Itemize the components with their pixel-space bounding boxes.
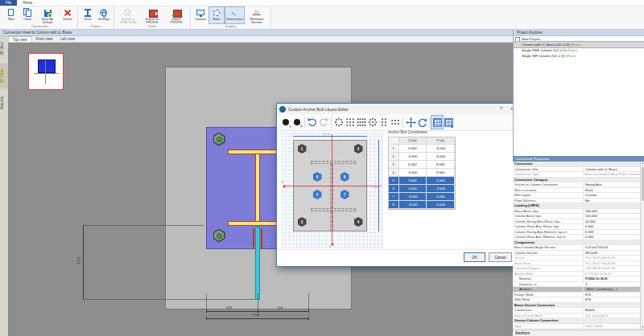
ribbon-tab-file[interactable]: File	[0, 0, 17, 6]
x-value-cell[interactable]: 3.000	[399, 185, 427, 192]
anchor-bolt[interactable]	[213, 133, 225, 146]
overview-thumbnail[interactable]	[28, 53, 64, 90]
grid-2x3-pattern-icon[interactable]	[378, 116, 390, 129]
circular-pattern-icon[interactable]	[333, 116, 345, 129]
table-row[interactable]: 16.500-8.000	[389, 145, 455, 153]
property-value[interactable]: E70	[584, 293, 640, 297]
y-value-cell[interactable]: 8.000	[427, 161, 455, 168]
y-value-cell[interactable]: 8.000	[427, 169, 455, 176]
scrollbar-thumb[interactable]	[642, 167, 644, 201]
y-value-cell[interactable]: -2.000	[427, 201, 455, 208]
property-value[interactable]: Custom	[584, 193, 640, 198]
y-value-cell[interactable]: -2.000	[427, 185, 455, 192]
tree-root[interactable]: -New Project	[514, 36, 644, 42]
table-row[interactable]: 4-6.5008.000	[389, 169, 455, 177]
table-row[interactable]: 8-3.000-2.000	[389, 201, 455, 209]
redo-icon[interactable]	[318, 116, 329, 129]
x-value-cell[interactable]: 6.500	[399, 161, 427, 168]
table-row[interactable]: 2-6.500-8.000	[389, 153, 455, 161]
side-tab-reports[interactable]: Reports	[0, 91, 8, 115]
cancel-button[interactable]: Cancel	[489, 252, 512, 262]
property-value[interactable]: 1"	[584, 282, 640, 287]
x-value-cell[interactable]: -3.000	[399, 193, 427, 200]
table-row[interactable]: 7-3.0002.000	[389, 193, 455, 201]
property-value[interactable]: 0.000	[584, 235, 640, 240]
grid-4x3-pattern-icon[interactable]	[356, 116, 367, 129]
rotate-anchors-icon[interactable]	[416, 116, 427, 129]
view-tab-front-view[interactable]: Front view	[32, 36, 57, 42]
undo-icon[interactable]	[307, 116, 318, 129]
x-value-cell[interactable]: 3.000	[399, 177, 427, 184]
property-value[interactable]: W12x58	[584, 251, 640, 256]
ribbon-button-import-profis-results[interactable]: Import PROFIS Results	[164, 6, 188, 24]
property-value[interactable]: F1554 Gr.36-N	[584, 277, 640, 281]
grid-3x3-pattern-icon[interactable]	[345, 116, 356, 129]
x-value-cell[interactable]: -3.000	[399, 201, 427, 208]
property-value[interactable]: C40.00x30.00x12.00	[584, 266, 640, 271]
property-value[interactable]: 100.000	[584, 209, 640, 214]
ribbon-button-settings[interactable]: Settings	[96, 6, 112, 24]
ribbon-button-units[interactable]: Units	[80, 6, 96, 24]
ribbon-button-delete[interactable]: Delete	[60, 6, 76, 24]
ribbon-button-options[interactable]: Options	[192, 6, 208, 24]
dialog-titlebar[interactable]: Custom Anchor Bolt Layout Editor ? ×	[277, 104, 517, 114]
y-value-cell[interactable]: 2.000	[427, 177, 455, 184]
x-value-cell[interactable]: -6.500	[399, 169, 427, 176]
ok-button[interactable]: OK	[464, 252, 485, 262]
ribbon-button-export-to-profis[interactable]: Export to PROFIS	[140, 6, 164, 24]
anchor-bolt[interactable]	[213, 229, 225, 243]
property-value[interactable]: 100.000	[584, 214, 640, 219]
ribbon-button-new[interactable]: New	[3, 6, 19, 24]
property-value[interactable]: 8.333	[584, 230, 640, 235]
property-value[interactable]: Strong Axis	[584, 182, 640, 187]
table-row[interactable]: 63.000-2.000	[389, 185, 455, 193]
scroll-up-icon[interactable]: ▲	[641, 162, 644, 166]
y-value-cell[interactable]: -8.000	[427, 145, 455, 152]
y-value-cell[interactable]: -8.000	[427, 153, 455, 160]
add-anchor-icon[interactable]: +	[280, 116, 291, 129]
column-web[interactable]	[255, 154, 260, 221]
ribbon-button-clone[interactable]: Clone	[19, 6, 35, 24]
show-coordinates-table-icon[interactable]	[431, 116, 443, 129]
property-value[interactable]: Front	[584, 188, 640, 193]
tree-item-single-wf-column[interactable]: Single WF Column (UC-0.3) (Pass)	[514, 53, 644, 59]
property-value[interactable]: No	[584, 199, 640, 203]
collapse-icon[interactable]: -	[515, 37, 520, 42]
property-value[interactable]: LL3.5x3.5x5/16	[584, 245, 640, 250]
y-value-cell[interactable]: 2.000	[427, 193, 455, 200]
ribbon-button-dimensions[interactable]: ↔Dimensions	[225, 6, 245, 24]
coordinates-table-options-icon[interactable]	[443, 116, 454, 129]
property-value[interactable]: 10.000	[584, 219, 640, 224]
x-value-cell[interactable]: -6.500	[399, 153, 427, 160]
properties-scrollbar[interactable]: ▲ ▼	[640, 162, 644, 330]
property-value[interactable]: E70	[584, 297, 640, 302]
move-anchors-icon[interactable]	[405, 116, 416, 129]
table-row[interactable]: 36.5008.000	[389, 161, 455, 169]
gusset-plate[interactable]	[255, 227, 260, 300]
dialog-help-button[interactable]: ?	[496, 104, 506, 114]
remove-anchor-icon[interactable]: ×	[291, 116, 303, 129]
property-value[interactable]: 1" F1554 Gr.36-N	[584, 272, 640, 277]
grid-3x2-pattern-icon[interactable]	[390, 116, 401, 129]
bolt-layout-canvas[interactable]: 17 in 20 in X Y 12346857	[282, 133, 383, 248]
property-value[interactable]: PL1.25x17.00x20.00	[584, 261, 640, 266]
ribbon-button-whitmore-section[interactable]: Whitmore Section	[245, 6, 269, 24]
view-tab-top-view[interactable]: Top view	[8, 36, 32, 42]
property-value[interactable]: Bolted	[584, 308, 640, 313]
property-value[interactable]: <Bolts Coordinates...>	[584, 287, 640, 292]
property-value[interactable]: 3/4" Group A-N	[584, 313, 640, 318]
ribbon-button-save-as-default[interactable]: Save As Default	[35, 6, 60, 24]
tree-item-column-with-ll-brace[interactable]: Column with LL Brace (UC-0.9) (Pass)	[514, 42, 644, 47]
tree-item-single-hss-column[interactable]: Single HSS Column (UC-0.1) (Pass)	[514, 47, 644, 53]
x-value-cell[interactable]: 6.500	[399, 145, 427, 152]
property-value[interactable]: Column with LL Brace	[584, 167, 640, 172]
property-value[interactable]: Direct Weld	[584, 324, 640, 329]
ribbon-tab-home[interactable]: Home	[17, 0, 38, 6]
ribbon-button-export-to-risa-3d-m[interactable]: Export to RISA-3D/M	[116, 6, 140, 24]
side-tab-2d-view[interactable]: 2D View	[0, 64, 8, 88]
view-tab-left-view[interactable]: Left view	[56, 36, 79, 42]
side-tab-3d-view[interactable]: 3D View	[0, 36, 8, 61]
property-value[interactable]: PL0.75x11.84x16.90	[584, 256, 640, 260]
table-row[interactable]: 53.0002.000	[389, 177, 455, 185]
ribbon-button-bolts[interactable]: Bolts	[208, 6, 225, 24]
